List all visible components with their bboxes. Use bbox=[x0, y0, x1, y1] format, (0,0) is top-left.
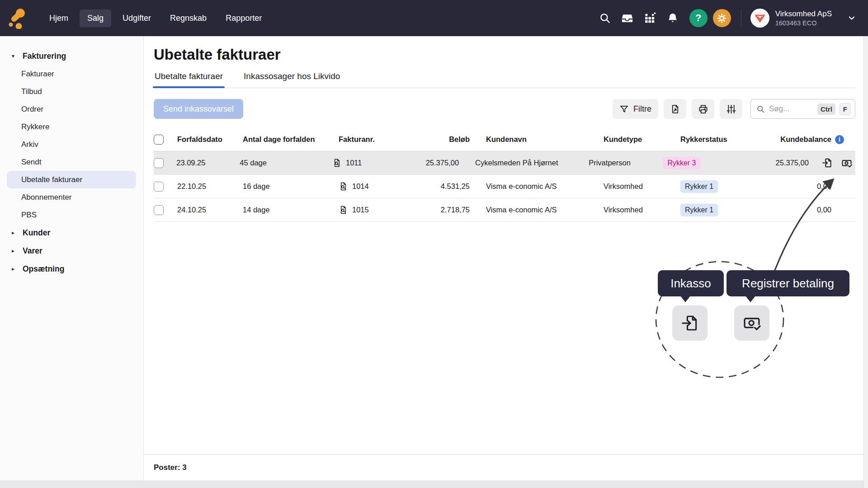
callout-inkasso-button[interactable] bbox=[672, 305, 708, 341]
file-import-icon bbox=[821, 157, 833, 169]
tooltip-registrer-betaling: Registrer betaling bbox=[726, 270, 849, 296]
caret-right-icon: ▸ bbox=[12, 230, 17, 236]
global-search-button[interactable] bbox=[594, 8, 616, 28]
nav-udgifter[interactable]: Udgifter bbox=[115, 9, 159, 27]
inkasso-action-button[interactable] bbox=[821, 157, 833, 169]
sidebar-section-kunder[interactable]: ▸ Kunder bbox=[0, 224, 143, 242]
column-settings-button[interactable] bbox=[720, 99, 742, 119]
sidebar: ▾ Fakturering Fakturaer Tilbud Ordrer Ry… bbox=[0, 36, 144, 480]
column-header-kundenavn[interactable]: Kundenavn bbox=[470, 135, 604, 144]
reminder-status-badge: Rykker 1 bbox=[680, 180, 718, 193]
sidebar-item-ordrer[interactable]: Ordrer bbox=[0, 100, 143, 118]
sidebar-item-abonnementer[interactable]: Abonnementer bbox=[0, 188, 143, 206]
export-button[interactable] bbox=[664, 99, 686, 119]
account-menu[interactable]: Virksomhed ApS 1603463 ECO bbox=[750, 9, 856, 28]
cell-amount: 2.718,75 bbox=[420, 206, 470, 214]
search-input[interactable] bbox=[769, 104, 813, 113]
cash-check-icon bbox=[742, 313, 762, 333]
sidebar-item-sendt[interactable]: Sendt bbox=[0, 153, 143, 171]
topbar: Hjem Salg Udgifter Regnskab Rapporter bbox=[0, 0, 868, 36]
topbar-right: ? bbox=[594, 8, 868, 28]
sidebar-item-pbs[interactable]: PBS bbox=[0, 206, 143, 224]
account-text: Virksomhed ApS 1603463 ECO bbox=[775, 9, 832, 27]
column-header-fakturanr[interactable]: Fakturanr. bbox=[339, 135, 420, 144]
nav-rapporter[interactable]: Rapporter bbox=[218, 9, 269, 27]
cell-customer-type: Virksomhed bbox=[604, 206, 680, 214]
sidebar-section-fakturering[interactable]: ▾ Fakturering bbox=[0, 47, 143, 65]
cell-invoice-no[interactable]: 1015 bbox=[352, 206, 369, 214]
vertical-scrollbar[interactable] bbox=[863, 36, 868, 488]
row-checkbox[interactable] bbox=[154, 182, 164, 192]
nav-regnskab[interactable]: Regnskab bbox=[162, 9, 214, 27]
row-checkbox[interactable] bbox=[154, 158, 164, 168]
send-inkassovarsel-button[interactable]: Send inkassovarsel bbox=[154, 99, 243, 119]
select-all-checkbox[interactable] bbox=[154, 135, 164, 145]
inbox-button[interactable] bbox=[616, 8, 639, 28]
inbox-icon bbox=[621, 12, 633, 24]
cell-days-overdue: 16 dage bbox=[243, 182, 339, 191]
sidebar-item-tilbud[interactable]: Tilbud bbox=[0, 83, 143, 100]
table-row[interactable]: 24.10.25 14 dage 1015 2.718,75 Visma e-c… bbox=[154, 198, 855, 222]
cell-amount: 4.531,25 bbox=[420, 182, 470, 191]
row-checkbox[interactable] bbox=[154, 205, 164, 215]
bell-icon bbox=[667, 12, 679, 24]
company-number: 1603463 ECO bbox=[775, 19, 832, 27]
cell-due-date: 24.10.25 bbox=[177, 206, 243, 214]
records-count: Poster: 3 bbox=[154, 463, 187, 472]
sidebar-section-label: Kunder bbox=[23, 228, 50, 238]
sidebar-section-opsaetning[interactable]: ▸ Opsætning bbox=[0, 260, 143, 278]
apps-button[interactable] bbox=[639, 8, 661, 28]
sidebar-item-arkiv[interactable]: Arkiv bbox=[0, 136, 143, 153]
nav-salg[interactable]: Salg bbox=[80, 9, 111, 27]
callout-register-payment-button[interactable] bbox=[734, 305, 769, 341]
caret-right-icon: ▸ bbox=[12, 266, 17, 272]
tooltip-inkasso-label: Inkasso bbox=[670, 277, 711, 291]
cell-invoice-no[interactable]: 1011 bbox=[346, 159, 362, 167]
cell-invoice-no[interactable]: 1014 bbox=[352, 182, 369, 191]
column-header-beloeb[interactable]: Beløb bbox=[420, 135, 470, 144]
cell-customer-type: Virksomhed bbox=[604, 182, 680, 191]
tab-inkassosager[interactable]: Inkassosager hos Likvido bbox=[243, 71, 341, 88]
cell-due-date: 23.09.25 bbox=[176, 159, 240, 167]
cell-days-overdue: 45 dage bbox=[240, 159, 332, 167]
account-chevron bbox=[847, 14, 856, 23]
table-row[interactable]: 23.09.25 45 dage 1011 25.375,00 Cykelsme… bbox=[154, 151, 855, 175]
notifications-button[interactable] bbox=[661, 8, 684, 28]
cell-customer: Visma e-conomic A/S bbox=[470, 182, 604, 191]
cell-customer: Visma e-conomic A/S bbox=[470, 206, 604, 214]
column-header-antal-dage[interactable]: Antal dage forfalden bbox=[243, 135, 339, 144]
column-header-kundetype[interactable]: Kundetype bbox=[604, 135, 680, 144]
cell-customer-balance: 25.375,00 bbox=[740, 159, 821, 167]
table-footer: Poster: 3 bbox=[144, 454, 868, 480]
filter-button[interactable]: Filtre bbox=[613, 99, 658, 119]
register-payment-action-button[interactable] bbox=[841, 157, 853, 169]
table-row[interactable]: 22.10.25 16 dage 1014 4.531,25 Visma e-c… bbox=[154, 175, 855, 198]
question-mark-icon: ? bbox=[695, 12, 701, 24]
column-header-rykkerstatus[interactable]: Rykkerstatus bbox=[680, 135, 760, 144]
sidebar-item-fakturaer[interactable]: Fakturaer bbox=[0, 65, 143, 83]
sidebar-section-label: Fakturering bbox=[23, 52, 66, 61]
column-header-forfaldsdato[interactable]: Forfaldsdato bbox=[177, 135, 243, 144]
app-logo[interactable] bbox=[0, 7, 35, 29]
column-header-kundebalance[interactable]: Kundebalance i bbox=[760, 135, 844, 144]
document-search-icon bbox=[332, 158, 342, 168]
document-search-icon bbox=[339, 182, 348, 191]
info-icon[interactable]: i bbox=[835, 135, 844, 144]
search-icon bbox=[756, 105, 765, 113]
tooltip-registrer-betaling-label: Registrer betaling bbox=[742, 277, 834, 291]
sidebar-item-ubetalte-fakturaer[interactable]: Ubetalte fakturaer bbox=[7, 171, 136, 188]
sidebar-section-label: Varer bbox=[23, 246, 42, 256]
chevron-down-icon bbox=[847, 14, 856, 23]
print-button[interactable] bbox=[692, 99, 714, 119]
sidebar-item-rykkere[interactable]: Rykkere bbox=[0, 118, 143, 136]
settings-button[interactable] bbox=[713, 9, 731, 27]
file-import-icon bbox=[680, 314, 699, 333]
tab-ubetalte-fakturaer[interactable]: Ubetalte fakturaer bbox=[154, 71, 224, 88]
reminder-status-badge: Rykker 1 bbox=[680, 204, 718, 216]
visma-logo-icon bbox=[753, 11, 767, 25]
sidebar-section-varer[interactable]: ▸ Varer bbox=[0, 242, 143, 260]
nav-hjem[interactable]: Hjem bbox=[42, 9, 76, 27]
table-header-row: Forfaldsdato Antal dage forfalden Faktur… bbox=[154, 128, 855, 151]
tooltip-inkasso: Inkasso bbox=[658, 270, 724, 296]
help-button[interactable]: ? bbox=[689, 9, 708, 27]
